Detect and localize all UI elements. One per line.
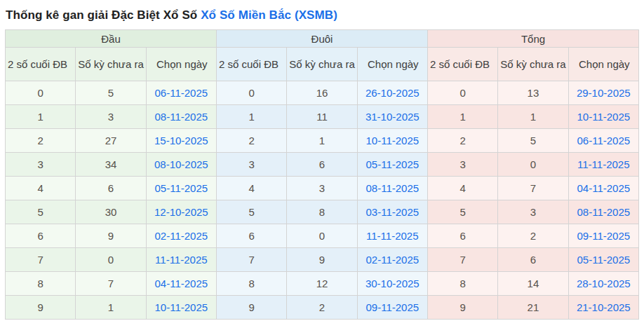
cell-duoi-gan-count: 12 — [287, 272, 357, 296]
cell-dau-last2: 0 — [6, 81, 76, 105]
table-row: 0506-11-202501626-10-202501329-10-2025 — [6, 81, 639, 105]
cell-dau-last2: 8 — [6, 272, 76, 296]
cell-duoi-date-link[interactable]: 02-11-2025 — [365, 254, 419, 266]
cell-tong-last2: 0 — [427, 81, 497, 105]
table-row: 9110-11-20259209-11-202592121-10-2025 — [6, 296, 639, 320]
cell-dau-gan-count: 7 — [76, 272, 146, 296]
cell-tong-date-link[interactable]: 21-10-2025 — [577, 301, 631, 313]
cell-dau-date-link[interactable]: 10-11-2025 — [155, 301, 208, 313]
cell-dau-last2: 9 — [6, 296, 76, 320]
cell-dau-date-link[interactable]: 12-10-2025 — [154, 206, 208, 218]
cell-dau-gan-count: 5 — [76, 81, 146, 105]
cell-duoi-date-link[interactable]: 10-11-2025 — [365, 135, 419, 146]
cell-tong-last2: 8 — [427, 272, 497, 296]
cell-duoi-date: 03-11-2025 — [357, 200, 427, 224]
cell-tong-date-link[interactable]: 06-11-2025 — [577, 135, 631, 146]
cell-tong-date-link[interactable]: 29-10-2025 — [577, 87, 631, 99]
cell-tong-date: 10-11-2025 — [568, 105, 638, 129]
cell-duoi-date-link[interactable]: 31-10-2025 — [365, 111, 420, 123]
table-row: 1308-11-202511131-10-20251110-11-2025 — [6, 105, 639, 129]
group-header-row: Đầu Đuôi Tổng — [6, 30, 639, 48]
col-header-dau-date: Chọn ngày — [146, 48, 216, 81]
cell-tong-gan-count: 5 — [498, 129, 568, 153]
cell-duoi-date: 08-11-2025 — [357, 177, 427, 200]
cell-tong-date: 09-11-2025 — [568, 224, 638, 248]
cell-tong-date-link[interactable]: 28-10-2025 — [577, 278, 631, 289]
cell-tong-gan-count: 21 — [498, 296, 568, 320]
page-title: Thống kê gan giải Đặc Biệt Xổ Số Xổ Số M… — [0, 0, 644, 29]
group-header-tong: Tổng — [427, 30, 638, 48]
col-header-duoi-gan: Số kỳ chưa ra — [287, 48, 357, 81]
cell-duoi-gan-count: 9 — [287, 248, 357, 272]
col-header-duoi-last2: 2 số cuối ĐB — [216, 48, 286, 81]
cell-tong-gan-count: 0 — [498, 153, 568, 177]
table-row: 7011-11-20257902-11-20257605-11-2025 — [6, 248, 639, 272]
cell-duoi-gan-count: 3 — [287, 177, 357, 200]
col-header-tong-last2: 2 số cuối ĐB — [427, 48, 497, 81]
gan-statistics-table: Đầu Đuôi Tổng 2 số cuối ĐB Số kỳ chưa ra… — [5, 29, 639, 320]
cell-duoi-date: 02-11-2025 — [357, 248, 427, 272]
cell-dau-date: 11-11-2025 — [146, 248, 216, 272]
cell-duoi-date: 26-10-2025 — [357, 81, 427, 105]
cell-duoi-date-link[interactable]: 09-11-2025 — [365, 301, 419, 313]
cell-dau-date-link[interactable]: 15-10-2025 — [154, 135, 208, 146]
cell-dau-date: 10-11-2025 — [146, 296, 216, 320]
cell-tong-last2: 7 — [427, 248, 497, 272]
cell-tong-date-link[interactable]: 05-11-2025 — [577, 254, 631, 266]
cell-tong-date: 04-11-2025 — [568, 177, 638, 200]
cell-duoi-last2: 7 — [216, 248, 286, 272]
cell-dau-date: 15-10-2025 — [146, 129, 216, 153]
cell-duoi-last2: 8 — [216, 272, 286, 296]
table-body: 0506-11-202501626-10-202501329-10-202513… — [6, 81, 639, 320]
cell-dau-date-link[interactable]: 02-11-2025 — [155, 230, 208, 242]
cell-duoi-last2: 9 — [216, 296, 286, 320]
cell-dau-date-link[interactable]: 05-11-2025 — [155, 182, 208, 194]
cell-dau-date-link[interactable]: 06-11-2025 — [155, 87, 208, 99]
cell-duoi-date: 10-11-2025 — [357, 129, 427, 153]
cell-dau-date: 06-11-2025 — [146, 81, 216, 105]
col-header-duoi-date: Chọn ngày — [357, 48, 427, 81]
cell-dau-date-link[interactable]: 11-11-2025 — [155, 254, 208, 266]
cell-tong-last2: 3 — [427, 153, 497, 177]
cell-duoi-gan-count: 8 — [287, 200, 357, 224]
cell-tong-date-link[interactable]: 08-11-2025 — [577, 206, 631, 218]
cell-dau-date-link[interactable]: 04-11-2025 — [155, 278, 208, 289]
cell-duoi-gan-count: 2 — [287, 296, 357, 320]
cell-duoi-last2: 3 — [216, 153, 286, 177]
cell-dau-last2: 3 — [6, 153, 76, 177]
cell-tong-last2: 6 — [427, 224, 497, 248]
cell-duoi-last2: 5 — [216, 200, 286, 224]
cell-dau-date-link[interactable]: 08-11-2025 — [155, 111, 208, 123]
cell-dau-last2: 1 — [6, 105, 76, 129]
cell-duoi-last2: 4 — [216, 177, 286, 200]
cell-tong-date: 05-11-2025 — [568, 248, 638, 272]
cell-duoi-date-link[interactable]: 03-11-2025 — [365, 206, 419, 218]
cell-tong-date-link[interactable]: 09-11-2025 — [577, 230, 631, 242]
cell-duoi-last2: 2 — [216, 129, 286, 153]
cell-duoi-last2: 1 — [216, 105, 286, 129]
cell-dau-date-link[interactable]: 08-10-2025 — [154, 158, 208, 170]
cell-duoi-date: 31-10-2025 — [357, 105, 427, 129]
cell-duoi-date-link[interactable]: 11-11-2025 — [366, 230, 419, 242]
cell-tong-date: 06-11-2025 — [568, 129, 638, 153]
group-header-duoi: Đuôi — [216, 30, 427, 48]
cell-duoi-date-link[interactable]: 05-11-2025 — [365, 158, 419, 170]
cell-duoi-date-link[interactable]: 26-10-2025 — [365, 87, 420, 99]
cell-dau-gan-count: 1 — [76, 296, 146, 320]
cell-tong-date-link[interactable]: 04-11-2025 — [577, 182, 631, 194]
cell-dau-last2: 7 — [6, 248, 76, 272]
cell-duoi-gan-count: 16 — [287, 81, 357, 105]
cell-tong-date-link[interactable]: 10-11-2025 — [577, 111, 631, 123]
cell-tong-gan-count: 3 — [498, 200, 568, 224]
cell-tong-date-link[interactable]: 11-11-2025 — [577, 158, 630, 170]
cell-duoi-date-link[interactable]: 08-11-2025 — [365, 182, 419, 194]
cell-dau-gan-count: 9 — [76, 224, 146, 248]
cell-dau-date: 04-11-2025 — [146, 272, 216, 296]
cell-dau-last2: 5 — [6, 200, 76, 224]
col-header-dau-gan: Số kỳ chưa ra — [76, 48, 146, 81]
cell-duoi-date-link[interactable]: 30-10-2025 — [365, 278, 420, 289]
page-title-link[interactable]: Xổ Số Miền Bắc (XSMB) — [201, 8, 337, 22]
cell-duoi-gan-count: 11 — [287, 105, 357, 129]
table-header: Đầu Đuôi Tổng 2 số cuối ĐB Số kỳ chưa ra… — [6, 30, 639, 81]
cell-dau-date: 08-10-2025 — [146, 153, 216, 177]
